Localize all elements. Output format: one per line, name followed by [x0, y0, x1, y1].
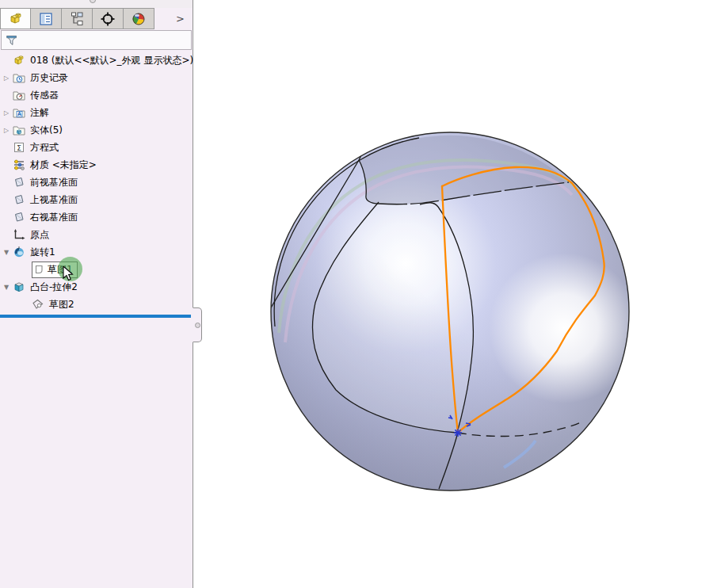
tree-item-label: 凸台-拉伸2 — [30, 281, 78, 294]
tree-item-equations[interactable]: Σ 方程式 — [0, 139, 193, 156]
tab-configuration-manager[interactable] — [62, 8, 93, 29]
tree-item-history[interactable]: ▷ 历史记录 — [0, 69, 193, 86]
splitter-dot-icon — [195, 323, 200, 328]
tab-overflow-chevron-icon[interactable]: > — [176, 8, 185, 29]
manager-tab-bar: > — [0, 8, 193, 29]
display-ball-icon — [131, 11, 147, 27]
panel-top-strip — [0, 0, 193, 8]
tree-item-label: 实体(5) — [30, 124, 63, 137]
filter-funnel-icon — [5, 33, 19, 48]
tab-dimxpert-manager[interactable] — [93, 8, 124, 29]
plane-icon — [13, 176, 26, 189]
feature-manager-panel: > 018 (默认<<默认>_外观 显示状态>) ▷ — [0, 0, 193, 588]
annotations-icon: A — [13, 106, 26, 119]
plane-icon — [13, 193, 26, 206]
rollback-bar[interactable] — [0, 315, 191, 318]
tree-item-sensors[interactable]: 传感器 — [0, 86, 193, 104]
tree-item-label: 历史记录 — [30, 71, 68, 85]
tree-item-top-plane[interactable]: 上视基准面 — [0, 191, 193, 208]
solid-bodies-icon — [13, 124, 26, 136]
svg-text:A: A — [17, 111, 21, 117]
tree-item-material[interactable]: 材质 <未指定> — [0, 156, 193, 174]
sketch-icon — [32, 298, 45, 311]
rename-text[interactable]: 草图1 — [48, 263, 73, 277]
sphere-model — [270, 132, 639, 491]
tab-display-manager[interactable] — [124, 8, 154, 29]
configurations-icon — [69, 11, 85, 27]
feature-tree: 018 (默认<<默认>_外观 显示状态>) ▷ 历史记录 传感器 ▷ A — [0, 52, 193, 313]
tree-item-front-plane[interactable]: 前视基准面 — [0, 174, 193, 191]
equations-icon: Σ — [13, 141, 26, 154]
sketch-icon — [35, 265, 45, 275]
tree-item-label: 材质 <未指定> — [30, 158, 97, 172]
expand-arrow[interactable]: ▼ — [0, 284, 13, 291]
material-icon — [13, 158, 26, 171]
part-icon — [13, 54, 26, 67]
tree-item-boss-extrude2[interactable]: ▼ 凸台-拉伸2 — [0, 278, 193, 296]
tree-item-label: 旋转1 — [30, 246, 55, 259]
revolve-icon — [13, 246, 26, 258]
tree-item-label: 右视基准面 — [30, 211, 78, 224]
tree-item-label: 前视基准面 — [30, 176, 78, 189]
solidworks-window: > 018 (默认<<默认>_外观 显示状态>) ▷ — [0, 0, 713, 588]
svg-text:Σ: Σ — [17, 144, 21, 152]
tree-item-label: 草图2 — [49, 298, 74, 311]
tree-item-label: 原点 — [30, 228, 49, 242]
tree-item-sketch2[interactable]: 草图2 — [0, 296, 193, 313]
sensors-icon — [13, 89, 26, 101]
sketch1-rename-box[interactable]: 草图1 — [32, 262, 78, 278]
expand-arrow[interactable]: ▷ — [0, 109, 13, 116]
target-icon — [100, 11, 116, 27]
tab-feature-manager[interactable] — [0, 8, 31, 29]
tree-item-label: 传感器 — [30, 89, 59, 102]
tree-item-part-root[interactable]: 018 (默认<<默认>_外观 显示状态>) — [0, 52, 193, 69]
tree-item-label: 上视基准面 — [30, 193, 78, 207]
extrude-icon — [13, 281, 26, 293]
expand-arrow[interactable]: ▷ — [0, 74, 13, 82]
tab-property-manager[interactable] — [31, 8, 62, 29]
plane-icon — [13, 211, 26, 223]
sphere-highlight-right — [489, 253, 639, 403]
tree-item-annotations[interactable]: ▷ A 注解 — [0, 104, 193, 121]
tree-item-label: 注解 — [30, 106, 49, 120]
tree-item-sketch1[interactable]: 草图1 — [0, 261, 193, 278]
origin-icon — [13, 228, 26, 241]
history-folder-icon — [13, 71, 26, 84]
toolbar-collapse-dot[interactable] — [90, 0, 96, 3]
tree-item-right-plane[interactable]: 右视基准面 — [0, 208, 193, 226]
property-list-icon — [38, 11, 54, 27]
tree-item-origin[interactable]: 原点 — [0, 226, 193, 243]
tree-item-revolve1[interactable]: ▼ 旋转1 — [0, 243, 193, 261]
expand-arrow[interactable]: ▷ — [0, 127, 13, 134]
expand-arrow[interactable]: ▼ — [0, 249, 13, 256]
tree-item-label: 018 (默认<<默认>_外观 显示状态>) — [30, 54, 193, 67]
tree-filter-bar[interactable] — [1, 30, 192, 50]
part-icon — [8, 11, 24, 27]
tree-item-solid-bodies[interactable]: ▷ 实体(5) — [0, 121, 193, 139]
panel-splitter-handle[interactable] — [193, 307, 202, 342]
tree-item-label: 方程式 — [30, 141, 59, 155]
